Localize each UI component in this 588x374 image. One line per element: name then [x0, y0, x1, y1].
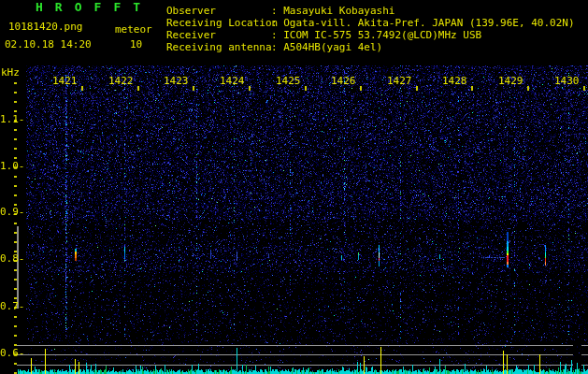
spectrogram-canvas — [0, 0, 588, 374]
app-title: H R O F F T — [36, 2, 143, 13]
info-separator: : — [271, 41, 283, 53]
time-tick-label: 1426 — [331, 76, 356, 87]
station-info-row: Receiving Location: Ogata-vill. Akita-Pr… — [166, 18, 575, 29]
station-info-row: Observer: Masayuki Kobayashi — [166, 6, 394, 17]
freq-axis-unit: kHz — [1, 67, 20, 79]
time-tick-label: 1430 — [554, 76, 580, 87]
time-tick-label: 1429 — [498, 76, 523, 87]
time-tick-label: 1428 — [442, 76, 467, 87]
info-value: Masayuki Kobayashi — [283, 5, 394, 17]
meteor-count: 10 — [130, 39, 142, 50]
time-tick-label: 1422 — [108, 76, 134, 87]
datetime-label: 02.10.18 14:20 — [5, 39, 92, 50]
info-value: ICOM IC-575 53.7492(@LCD)MHz USB — [283, 29, 481, 41]
time-tick-label: 1423 — [164, 76, 189, 87]
freq-tick-label: 0.8- — [0, 253, 26, 265]
time-tick-label: 1424 — [220, 76, 245, 87]
mode-label: meteor — [115, 24, 152, 36]
info-label: Observer — [166, 6, 271, 17]
info-value: A504HB(yagi 4el) — [283, 41, 382, 53]
station-info-row: Receiving antenna: A504HB(yagi 4el) — [166, 42, 382, 53]
info-value: Ogata-vill. Akita-Pref. JAPAN (139.96E, … — [283, 17, 574, 29]
info-label: Receiver — [166, 30, 271, 41]
info-label: Receiving antenna — [166, 42, 271, 53]
freq-tick-label: 0.7- — [0, 301, 26, 312]
filename-label: 10181420.png — [8, 22, 82, 33]
freq-tick-label: 1.1- — [0, 114, 26, 125]
info-separator: : — [271, 17, 283, 29]
hrofft-screen: H R O F F T 10181420.png meteor 02.10.18… — [0, 0, 588, 374]
info-label: Receiving Location — [166, 18, 271, 29]
time-tick-label: 1421 — [52, 76, 78, 87]
info-separator: : — [271, 29, 283, 41]
freq-tick-label: 1.0- — [0, 161, 26, 172]
station-info-row: Receiver: ICOM IC-575 53.7492(@LCD)MHz U… — [166, 30, 481, 41]
time-tick-label: 1425 — [276, 76, 301, 87]
time-tick-label: 1427 — [387, 76, 412, 87]
info-separator: : — [271, 5, 283, 17]
freq-tick-label: 0.6- — [0, 348, 26, 359]
freq-tick-label: 0.9- — [0, 207, 26, 218]
